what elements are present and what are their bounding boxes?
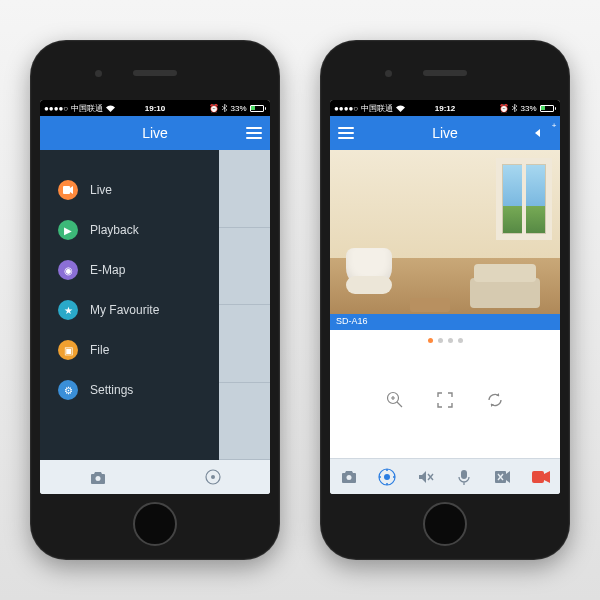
- drawer-item-label: Live: [90, 183, 112, 197]
- bottom-toolbar: [40, 460, 270, 494]
- header-title: Live: [142, 125, 168, 141]
- view-controls: [330, 351, 560, 458]
- phone-front-camera: [385, 70, 392, 77]
- drawer-item-label: E-Map: [90, 263, 125, 277]
- drawer-item-label: My Favourite: [90, 303, 159, 317]
- mute-icon[interactable]: [416, 467, 436, 487]
- add-camera-icon[interactable]: [534, 127, 552, 139]
- home-button[interactable]: [133, 502, 177, 546]
- snapshot-icon[interactable]: [88, 467, 108, 487]
- home-button[interactable]: [423, 502, 467, 546]
- page-indicator[interactable]: [330, 330, 560, 351]
- svg-point-5: [347, 475, 352, 480]
- svg-rect-10: [532, 471, 544, 483]
- page-dot: [458, 338, 463, 343]
- svg-rect-0: [63, 186, 70, 194]
- svg-rect-8: [461, 470, 467, 479]
- wifi-icon: [106, 105, 115, 112]
- svg-point-7: [384, 474, 390, 480]
- drawer-item-settings[interactable]: ⚙ Settings: [40, 370, 219, 410]
- drawer-item-label: Playback: [90, 223, 139, 237]
- drawer-item-emap[interactable]: ◉ E-Map: [40, 250, 219, 290]
- menu-icon[interactable]: [338, 127, 354, 139]
- page-dot: [438, 338, 443, 343]
- svg-point-1: [95, 476, 100, 481]
- alarm-icon: ⏰: [209, 104, 219, 113]
- map-pin-icon: ◉: [58, 260, 78, 280]
- phone-right: ●●●●○ 中国联通 19:12 ⏰ 33% Live: [320, 40, 570, 560]
- wifi-icon: [396, 105, 405, 112]
- status-bar: ●●●●○ 中国联通 19:12 ⏰ 33%: [330, 100, 560, 116]
- side-drawer: Live ▶ Playback ◉ E-Map ★ My Favourite ▣…: [40, 150, 219, 460]
- drawer-item-playback[interactable]: ▶ Playback: [40, 210, 219, 250]
- phone-speaker: [423, 70, 467, 76]
- page-dot: [448, 338, 453, 343]
- refresh-icon[interactable]: [484, 389, 506, 411]
- drawer-item-label: File: [90, 343, 109, 357]
- app-header: Live: [330, 116, 560, 150]
- carrier-label: 中国联通: [71, 103, 103, 114]
- mic-icon[interactable]: [454, 467, 474, 487]
- menu-icon[interactable]: [246, 127, 262, 139]
- snapshot-icon[interactable]: [339, 467, 359, 487]
- record-icon[interactable]: [531, 467, 551, 487]
- folder-icon: ▣: [58, 340, 78, 360]
- live-video-view[interactable]: SD-A16: [330, 150, 560, 330]
- clock-label: 19:10: [145, 104, 165, 113]
- app-header: Live: [40, 116, 270, 150]
- drawer-item-favourite[interactable]: ★ My Favourite: [40, 290, 219, 330]
- phone-left: ●●●●○ 中国联通 19:10 ⏰ 33% Live: [30, 40, 280, 560]
- play-icon: ▶: [58, 220, 78, 240]
- carrier-label: 中国联通: [361, 103, 393, 114]
- battery-percent: 33%: [230, 104, 246, 113]
- bottom-toolbar: [330, 458, 560, 494]
- camera-name-label: SD-A16: [330, 314, 560, 330]
- battery-icon: [540, 105, 557, 112]
- alarm-icon: ⏰: [499, 104, 509, 113]
- battery-percent: 33%: [520, 104, 536, 113]
- svg-point-3: [211, 475, 215, 479]
- fullscreen-icon[interactable]: [434, 389, 456, 411]
- camera-icon: [58, 180, 78, 200]
- ptz-icon[interactable]: [203, 467, 223, 487]
- gear-icon: ⚙: [58, 380, 78, 400]
- content-area: SD-A16: [330, 150, 560, 458]
- battery-icon: [250, 105, 267, 112]
- page-dot: [428, 338, 433, 343]
- phone-speaker: [133, 70, 177, 76]
- content-area: + + Live ▶ Playback ◉ E-Map: [40, 150, 270, 460]
- signal-dots-icon: ●●●●○: [334, 104, 358, 113]
- header-title: Live: [432, 125, 458, 141]
- screen-right: ●●●●○ 中国联通 19:12 ⏰ 33% Live: [330, 100, 560, 494]
- signal-dots-icon: ●●●●○: [44, 104, 68, 113]
- zoom-icon[interactable]: [384, 389, 406, 411]
- screen-left: ●●●●○ 中国联通 19:10 ⏰ 33% Live: [40, 100, 270, 494]
- close-video-icon[interactable]: [492, 467, 512, 487]
- ptz-icon[interactable]: [377, 467, 397, 487]
- star-icon: ★: [58, 300, 78, 320]
- status-bar: ●●●●○ 中国联通 19:10 ⏰ 33%: [40, 100, 270, 116]
- drawer-item-file[interactable]: ▣ File: [40, 330, 219, 370]
- bluetooth-icon: [222, 104, 227, 112]
- bluetooth-icon: [512, 104, 517, 112]
- phone-front-camera: [95, 70, 102, 77]
- drawer-item-label: Settings: [90, 383, 133, 397]
- drawer-item-live[interactable]: Live: [40, 170, 219, 210]
- clock-label: 19:12: [435, 104, 455, 113]
